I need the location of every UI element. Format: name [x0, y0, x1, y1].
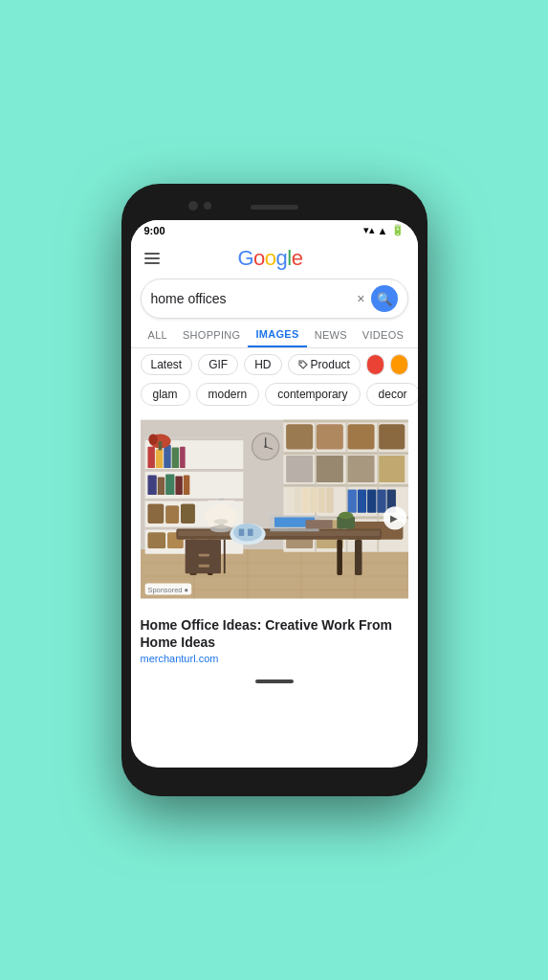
svg-rect-34	[283, 420, 408, 423]
svg-rect-23	[147, 476, 156, 496]
svg-rect-24	[157, 477, 164, 495]
svg-rect-83	[270, 529, 318, 532]
svg-rect-19	[180, 447, 186, 468]
tab-shopping[interactable]: SHOPPING	[175, 323, 248, 346]
google-letter-g2: g	[276, 246, 288, 270]
google-letter-o2: o	[265, 246, 276, 270]
svg-point-81	[205, 503, 237, 528]
svg-rect-29	[165, 505, 179, 523]
svg-text:▶: ▶	[390, 513, 398, 523]
svg-rect-25	[165, 475, 174, 495]
phone-bottom-bar	[131, 672, 418, 691]
suggestion-contemporary[interactable]: contemporary	[265, 383, 360, 406]
svg-rect-26	[175, 476, 182, 495]
home-indicator[interactable]	[255, 679, 294, 683]
signal-icon: ▲	[378, 225, 388, 236]
suggestions-row: glam modern contemporary decor	[131, 381, 418, 413]
svg-rect-75	[198, 554, 208, 557]
svg-rect-48	[379, 456, 405, 482]
search-query-text: home offices	[151, 291, 352, 306]
svg-point-21	[148, 434, 157, 445]
svg-rect-57	[367, 489, 376, 512]
svg-rect-28	[147, 503, 164, 523]
office-image: Sponsored ● ▶	[141, 413, 408, 605]
svg-rect-41	[286, 424, 313, 449]
search-submit-button[interactable]: 🔍	[371, 285, 398, 312]
result-info: Home Office Ideas: Creative Work From Ho…	[131, 609, 418, 672]
tab-images[interactable]: IMAGES	[248, 323, 306, 347]
suggestion-modern[interactable]: modern	[196, 383, 260, 406]
image-result-area[interactable]: Sponsored ● ▶	[141, 413, 408, 609]
filter-product-label: Product	[311, 358, 350, 371]
svg-point-0	[300, 362, 302, 364]
svg-rect-16	[155, 449, 162, 468]
tab-videos[interactable]: VIDEOS	[355, 323, 411, 346]
svg-rect-58	[377, 489, 385, 512]
svg-rect-27	[183, 476, 189, 496]
filter-color-red[interactable]	[366, 354, 384, 375]
svg-rect-35	[283, 452, 408, 455]
svg-rect-36	[283, 484, 408, 487]
suggestion-decor[interactable]: decor	[366, 383, 418, 406]
svg-rect-45	[286, 456, 313, 482]
search-tabs: ALL SHOPPING IMAGES NEWS VIDEOS	[131, 323, 418, 348]
svg-rect-91	[248, 529, 253, 536]
svg-rect-51	[301, 488, 308, 513]
svg-rect-54	[326, 488, 333, 513]
svg-rect-72	[355, 540, 362, 575]
svg-rect-55	[347, 489, 356, 512]
hamburger-menu[interactable]	[144, 253, 160, 264]
status-time: 9:00	[144, 225, 165, 236]
filter-product[interactable]: Product	[288, 354, 361, 375]
svg-rect-31	[147, 532, 165, 548]
svg-rect-30	[181, 503, 195, 523]
search-icon: 🔍	[377, 292, 392, 306]
svg-rect-43	[347, 424, 374, 449]
svg-rect-71	[337, 540, 342, 575]
svg-rect-90	[238, 529, 244, 536]
svg-rect-53	[318, 488, 324, 513]
filter-gif[interactable]: GIF	[198, 354, 238, 375]
svg-rect-74	[223, 540, 225, 573]
filter-hd[interactable]: HD	[244, 354, 281, 375]
google-letter-o1: o	[253, 246, 265, 270]
front-camera-1	[188, 201, 198, 211]
battery-icon: 🔋	[391, 224, 405, 236]
svg-rect-17	[164, 445, 170, 468]
svg-rect-22	[158, 441, 162, 450]
filter-color-orange[interactable]	[390, 354, 408, 375]
google-header: Google	[131, 238, 418, 275]
status-bar: 9:00 ▾▴ ▲ 🔋	[131, 220, 418, 238]
suggestion-glam[interactable]: glam	[141, 383, 190, 406]
svg-rect-18	[171, 448, 178, 468]
svg-rect-52	[310, 488, 317, 513]
phone-notch	[131, 193, 418, 220]
phone-screen: 9:00 ▾▴ ▲ 🔋 Google home offices ×	[131, 220, 418, 768]
svg-point-87	[339, 512, 353, 519]
hamburger-line-3	[144, 262, 160, 264]
result-title[interactable]: Home Office Ideas: Creative Work From Ho…	[141, 616, 408, 651]
filters-row: Latest GIF HD Product	[131, 348, 418, 381]
tab-news[interactable]: NEWS	[307, 323, 355, 346]
svg-rect-73	[185, 540, 220, 573]
search-bar[interactable]: home offices × 🔍	[141, 278, 408, 319]
svg-rect-49	[286, 488, 293, 513]
wifi-icon: ▾▴	[363, 224, 375, 236]
result-url[interactable]: merchanturl.com	[141, 653, 408, 664]
svg-rect-76	[198, 565, 208, 568]
svg-rect-46	[316, 456, 342, 482]
filter-latest[interactable]: Latest	[141, 354, 193, 375]
status-icons: ▾▴ ▲ 🔋	[363, 224, 405, 236]
tab-all[interactable]: ALL	[141, 323, 175, 346]
front-camera-2	[204, 202, 211, 210]
google-logo: Google	[237, 246, 302, 271]
svg-rect-50	[294, 488, 300, 513]
hamburger-line-1	[144, 253, 160, 255]
phone-device: 9:00 ▾▴ ▲ 🔋 Google home offices ×	[121, 184, 427, 796]
svg-rect-56	[357, 489, 365, 512]
google-letter-g1: G	[237, 246, 253, 270]
search-clear-button[interactable]: ×	[351, 291, 370, 306]
tag-icon	[298, 360, 308, 369]
google-letter-e: e	[292, 246, 303, 270]
svg-rect-85	[305, 520, 332, 528]
